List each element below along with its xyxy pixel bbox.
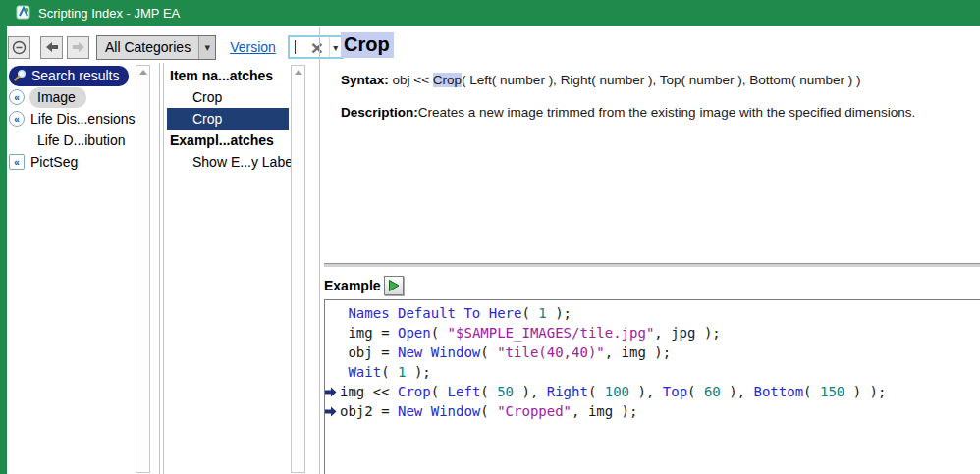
code-editor[interactable]: Names Default To Here( 1 ); img = Open( …: [324, 299, 980, 474]
list-item-image[interactable]: « Image: [9, 86, 135, 108]
panel-splitter[interactable]: [159, 63, 160, 474]
collapse-chevron-square-icon[interactable]: «: [9, 154, 25, 170]
code-token: [340, 305, 348, 321]
example-header: Example: [324, 276, 404, 295]
example-matches-header: Exampl...atches: [167, 130, 289, 151]
code-token: [340, 364, 348, 380]
code-token: 60: [704, 384, 721, 399]
collapse-chevron-icon[interactable]: «: [9, 111, 25, 127]
syntax-line: Syntax: obj << Crop( Left( number ), Rig…: [341, 73, 860, 87]
code-token: , img );: [572, 403, 637, 419]
code-token: 1: [538, 305, 546, 321]
code-token: (: [480, 344, 497, 360]
code-line[interactable]: Wait( 1 );: [325, 362, 980, 382]
code-line[interactable]: img << Crop( Left( 50 ), Right( 100 ), T…: [325, 382, 980, 401]
code-token: (: [480, 403, 497, 419]
titlebar[interactable]: Scripting Index - JMP EA: [0, 0, 980, 26]
collapse-all-button[interactable]: [8, 36, 30, 59]
panel-splitter[interactable]: [319, 27, 320, 474]
search-icon: [14, 69, 27, 81]
version-link[interactable]: Version: [230, 39, 276, 55]
code-token: obj2 =: [340, 403, 398, 419]
list-item-life-distribution[interactable]: Life D...ibution: [9, 130, 135, 151]
list-item-label: Search results: [31, 68, 119, 83]
clear-search-icon[interactable]: ×: [305, 37, 329, 57]
run-play-icon: [387, 279, 401, 292]
panel-splitter[interactable]: [163, 63, 164, 474]
detail-title: Crop: [341, 32, 394, 58]
item-match-list: Item na...atches Crop Crop Exampl...atch…: [167, 65, 289, 173]
window-title: Scripting Index - JMP EA: [38, 6, 180, 21]
search-input[interactable]: [290, 37, 305, 57]
code-line[interactable]: obj2 = New Window( "Cropped", img );: [325, 401, 980, 421]
description-label: Description:: [341, 105, 418, 120]
middle-panel-scrollbar[interactable]: [291, 65, 305, 473]
syntax-prefix: obj <<: [389, 73, 433, 87]
circle-minus-icon: [12, 40, 27, 55]
code-token: (: [431, 384, 448, 399]
scroll-up-icon[interactable]: [295, 70, 302, 75]
code-token: "tile(40,40)": [497, 344, 605, 360]
list-item-label: Life Dis...ensions: [30, 111, 136, 127]
toolbar: All Categories ▾ Version × ▾: [8, 34, 344, 60]
syntax-match-highlight: Crop: [433, 73, 462, 87]
section-divider: [324, 263, 980, 267]
forward-arrow-icon: [72, 41, 85, 53]
code-token: Wait: [348, 364, 381, 380]
collapse-chevron-icon[interactable]: «: [9, 89, 25, 105]
list-item-show-empty-label[interactable]: Show E...y Label: [167, 151, 289, 173]
description-text: Creates a new image trimmed from the exi…: [418, 105, 915, 120]
code-token: , img );: [605, 344, 671, 360]
code-token: Left: [448, 384, 481, 399]
code-token: New Window: [398, 344, 480, 360]
code-line[interactable]: Names Default To Here( 1 );: [325, 303, 980, 323]
item-name-matches-header: Item na...atches: [167, 65, 289, 86]
example-label: Example: [324, 278, 381, 293]
scripting-index-window: Scripting Index - JMP EA All Categories …: [0, 0, 980, 474]
chevron-down-icon[interactable]: ▾: [198, 36, 215, 59]
list-item-label: Life D...ibution: [37, 132, 126, 148]
search-dropdown-chevron-icon[interactable]: ▾: [329, 37, 342, 57]
list-item-pictseg[interactable]: « PictSeg: [9, 151, 135, 173]
list-item-label: Image: [29, 87, 86, 108]
forward-button[interactable]: [67, 36, 89, 59]
left-panel-scrollbar[interactable]: [136, 65, 150, 473]
syntax-label: Syntax:: [341, 73, 389, 87]
syntax-suffix: ( Left( number ), Right( number ), Top( …: [462, 73, 860, 87]
code-token: "Cropped": [497, 403, 572, 419]
back-button[interactable]: [40, 36, 63, 59]
category-list: Search results « Image « Life Dis...ensi…: [9, 65, 135, 173]
code-token: "$SAMPLE_IMAGES/tile.jpg": [448, 325, 655, 341]
text-caret: [295, 40, 296, 54]
code-token: ) );: [844, 384, 886, 399]
scroll-up-icon[interactable]: [139, 70, 147, 75]
code-token: 1: [398, 364, 406, 380]
code-token: (: [381, 364, 398, 380]
search-box[interactable]: × ▾: [288, 35, 344, 59]
list-item-search-results[interactable]: Search results: [9, 65, 135, 86]
run-example-button[interactable]: [384, 276, 404, 295]
code-token: Names Default To Here: [348, 305, 521, 321]
code-line[interactable]: img = Open( "$SAMPLE_IMAGES/tile.jpg", j…: [325, 323, 980, 342]
list-item-life-distributions[interactable]: « Life Dis...ensions: [9, 108, 135, 130]
marker-gutter: [325, 387, 340, 397]
code-token: img =: [340, 325, 398, 341]
back-arrow-icon: [45, 41, 59, 53]
code-token: (: [521, 305, 538, 321]
window-border-strip: [0, 26, 7, 474]
code-line[interactable]: obj = New Window( "tile(40,40)", img );: [325, 342, 980, 362]
code-token: );: [547, 305, 572, 321]
description-line: Description:Creates a new image trimmed …: [341, 105, 915, 120]
code-token: 50: [497, 384, 514, 399]
code-token: ),: [629, 384, 663, 399]
code-token: obj =: [340, 344, 398, 360]
code-token: );: [406, 364, 430, 380]
code-token: (: [431, 325, 448, 341]
code-token: Top: [663, 384, 687, 399]
code-token: New Window: [398, 403, 480, 419]
list-item-crop[interactable]: Crop: [167, 86, 289, 108]
list-item-crop-selected[interactable]: Crop: [167, 108, 289, 130]
code-token: (: [480, 384, 497, 399]
code-token: Crop: [398, 384, 431, 399]
category-dropdown[interactable]: All Categories ▾: [96, 35, 216, 60]
